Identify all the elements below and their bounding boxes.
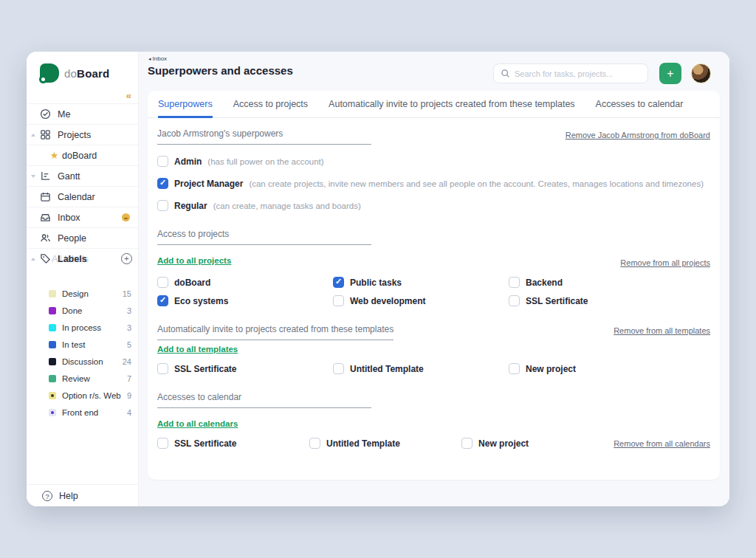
remove-from-all-calendars-link[interactable]: Remove from all calendars — [614, 439, 710, 448]
ssl-sertificate-checkbox[interactable] — [509, 295, 520, 306]
breadcrumb[interactable]: ◂Inbox — [148, 55, 167, 62]
tab-access-to-projects[interactable]: Access to projects — [233, 91, 308, 118]
label-item-in-test[interactable]: In test 5 — [27, 336, 139, 353]
calendar-checkbox-row: SSL Sertificate Untitled Template New pr… — [157, 438, 710, 449]
superpower-option-project-manager: Project Manager (can create projects, in… — [157, 178, 710, 189]
label-color-swatch — [49, 392, 56, 399]
search-icon — [501, 69, 510, 78]
app-window: doBoard « Me Projects ★ doBoard — [27, 52, 729, 506]
label-item-review[interactable]: Review 7 — [27, 370, 139, 387]
inbox-icon — [40, 212, 51, 223]
public-tasks-checkbox[interactable] — [333, 277, 344, 288]
ssl-sertificate-calendar-checkbox[interactable] — [157, 438, 168, 449]
tag-icon — [40, 253, 51, 264]
sidebar-item-calendar[interactable]: Calendar — [27, 186, 139, 207]
template-option: SSL Sertificate — [157, 363, 333, 374]
superpower-option-regular: Regular (can create, manage tasks and bo… — [157, 200, 710, 211]
remove-from-all-templates-link[interactable]: Remove from all templates — [614, 326, 710, 335]
label-item-done[interactable]: Done 3 — [27, 302, 139, 319]
grid-icon — [40, 129, 51, 140]
project-option: Eco systems — [157, 295, 333, 306]
template-option: New project — [509, 363, 684, 374]
sidebar-item-gantt[interactable]: Gantt — [27, 165, 139, 186]
calendar-option: Untitled Template — [309, 438, 461, 449]
section-heading: Accesses to calendar — [157, 392, 371, 408]
new-project-calendar-checkbox[interactable] — [461, 438, 472, 449]
back-arrow-icon: ◂ — [148, 56, 151, 61]
brand-logo[interactable]: doBoard — [40, 63, 109, 83]
calendar-option: SSL Sertificate — [157, 438, 309, 449]
search-input[interactable] — [515, 69, 640, 78]
templates-checkbox-row: SSL Sertificate Untitled Template New pr… — [157, 363, 710, 374]
doboard-logo-icon — [40, 63, 59, 83]
admin-checkbox[interactable] — [157, 156, 168, 167]
section-heading: Jacob Armstrong's superpowers — [157, 128, 371, 145]
remove-from-doboard-link[interactable]: Remove Jacob Armstrong from doBoard — [566, 131, 710, 140]
project-option: Web development — [333, 295, 509, 306]
sidebar-item-me[interactable]: Me — [27, 103, 139, 124]
project-option: doBoard — [157, 277, 333, 288]
label-item-option-rs-web[interactable]: Option r/s. Web 9 — [27, 387, 139, 404]
add-to-all-templates-link[interactable]: Add to all templates — [157, 345, 238, 354]
label-item-design[interactable]: Design 15 — [27, 285, 139, 302]
collapse-up-icon[interactable] — [31, 258, 35, 261]
projects-checkbox-grid: doBoard Public tasks Backend Eco sy — [157, 277, 710, 306]
sidebar-item-help[interactable]: ? Help — [27, 484, 139, 506]
new-project-template-checkbox[interactable] — [509, 363, 520, 374]
section-heading: Access to projects — [157, 229, 371, 245]
add-label-icon[interactable]: + — [121, 253, 132, 264]
remove-from-all-projects-link[interactable]: Remove from all projects — [620, 258, 710, 267]
label-item-discussion[interactable]: Discussion 24 — [27, 353, 139, 370]
inbox-notification-badge — [122, 213, 130, 221]
label-color-swatch — [49, 358, 56, 365]
untitled-template-calendar-checkbox[interactable] — [309, 438, 320, 449]
sidebar-collapse-icon[interactable]: « — [126, 90, 131, 101]
untitled-template-checkbox[interactable] — [333, 363, 344, 374]
avatar[interactable] — [691, 63, 711, 83]
sidebar-item-people[interactable]: People — [27, 227, 139, 248]
tab-auto-invite-templates[interactable]: Automatically invite to projects created… — [329, 91, 574, 118]
main-area: ◂Inbox Superpowers and accesses + Superp… — [139, 52, 729, 506]
star-icon: ★ — [49, 150, 60, 161]
section-superpowers: Jacob Armstrong's superpowers Remove Jac… — [157, 128, 710, 211]
sidebar-item-labels[interactable]: All labels Labels + — [27, 248, 139, 269]
project-option: Public tasks — [333, 277, 509, 288]
calendar-icon — [40, 191, 51, 202]
add-to-all-calendars-link[interactable]: Add to all calendars — [157, 419, 238, 428]
collapse-up-icon[interactable] — [31, 134, 35, 137]
sidebar-item-doboard-project[interactable]: ★ doBoard — [27, 145, 139, 165]
project-manager-checkbox[interactable] — [157, 178, 168, 189]
brand-name: doBoard — [64, 67, 109, 80]
add-to-all-projects-link[interactable]: Add to all projects — [157, 256, 231, 265]
tab-accesses-to-calendar[interactable]: Accesses to calendar — [596, 91, 684, 118]
tab-superpowers[interactable]: Superpowers — [158, 91, 213, 118]
labels-list: Design 15 Done 3 In process 3 In test 5 … — [27, 285, 139, 421]
doboard-checkbox[interactable] — [157, 277, 168, 288]
label-color-swatch — [49, 409, 56, 416]
section-heading: Automatically invite to projects created… — [157, 324, 394, 340]
backend-checkbox[interactable] — [509, 277, 520, 288]
eco-systems-checkbox[interactable] — [157, 295, 168, 306]
project-option: SSL Sertificate — [509, 295, 710, 306]
template-option: Untitled Template — [333, 363, 509, 374]
sidebar-nav: Me Projects ★ doBoard Gantt — [27, 103, 139, 269]
regular-checkbox[interactable] — [157, 200, 168, 211]
web-development-checkbox[interactable] — [333, 295, 344, 306]
superpower-option-admin: Admin (has full power on the account) — [157, 156, 710, 167]
label-color-swatch — [49, 324, 56, 331]
label-color-swatch — [49, 375, 56, 382]
ssl-sertificate-template-checkbox[interactable] — [157, 363, 168, 374]
search-bar[interactable] — [493, 63, 648, 83]
calendar-option: New project — [461, 438, 614, 449]
add-button[interactable]: + — [659, 63, 681, 84]
sidebar-item-projects[interactable]: Projects — [27, 124, 139, 145]
help-icon: ? — [42, 491, 52, 501]
sidebar: doBoard « Me Projects ★ doBoard — [27, 52, 139, 506]
label-color-swatch — [49, 290, 56, 297]
label-color-swatch — [49, 341, 56, 348]
collapse-down-icon[interactable] — [31, 175, 35, 178]
label-item-front-end[interactable]: Front end 4 — [27, 404, 139, 421]
label-item-in-process[interactable]: In process 3 — [27, 319, 139, 336]
sidebar-item-inbox[interactable]: Inbox — [27, 207, 139, 227]
check-circle-icon — [40, 108, 51, 120]
